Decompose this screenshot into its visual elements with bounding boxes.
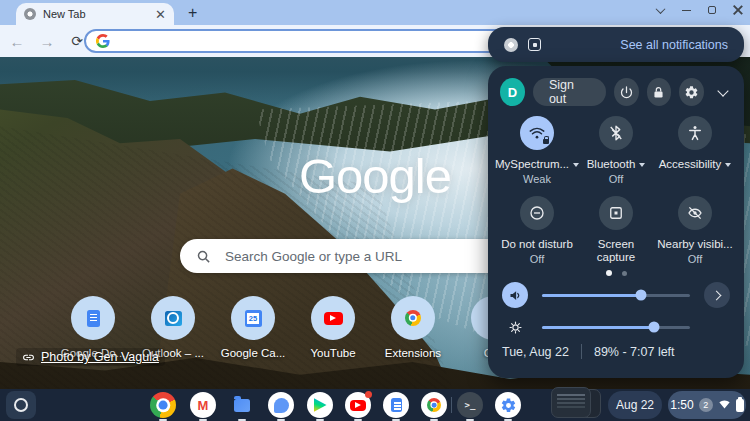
chevron-down-icon [717, 85, 728, 96]
sign-out-button[interactable]: Sign out [533, 78, 606, 106]
tab-search-icon[interactable] [654, 4, 666, 16]
network-label: MySpectrum... [495, 158, 569, 171]
footer-date[interactable]: Tue, Aug 22 [502, 345, 569, 359]
outlook-icon [165, 311, 182, 326]
shortcut-extensions[interactable]: Extensions [373, 296, 453, 359]
docs-icon [383, 392, 409, 418]
chromeos-desktop: Google Google Do... Outlook – ... 25 Goo… [0, 0, 750, 421]
shelf: M >_ Au [0, 389, 750, 421]
tile-do-not-disturb[interactable]: Do not disturb Off [496, 196, 578, 265]
shelf-app-play-store[interactable] [306, 391, 334, 419]
lock-icon [651, 85, 666, 100]
shelf-app-chrome[interactable] [149, 391, 177, 419]
lock-button[interactable] [647, 78, 672, 106]
restore-button[interactable] [706, 4, 718, 16]
back-button[interactable]: ← [4, 28, 30, 54]
power-icon [619, 85, 634, 100]
tab-title: New Tab [43, 8, 148, 20]
notification-dot [365, 391, 372, 398]
shortcut-google-calendar[interactable]: 25 Google Ca... [213, 296, 293, 359]
power-button[interactable] [614, 78, 639, 106]
brightness-row [488, 313, 744, 341]
minimize-button[interactable] [680, 4, 692, 16]
shortcut-label: Google Ca... [221, 347, 286, 359]
close-window-button[interactable] [732, 4, 744, 16]
volume-slider[interactable] [542, 294, 690, 297]
gear-icon [684, 85, 699, 100]
tile-screen-capture[interactable]: Screen capture [575, 196, 657, 264]
shortcut-youtube[interactable]: YouTube [293, 296, 373, 359]
footer-divider [581, 344, 582, 359]
nearby-visibility-off-icon [686, 204, 704, 222]
network-status: Weak [523, 173, 551, 185]
bluetooth-status: Off [609, 173, 623, 185]
tile-bluetooth[interactable]: Bluetooth Off [575, 116, 657, 185]
launcher-button[interactable] [6, 391, 36, 419]
shelf-date-button[interactable]: Aug 22 [608, 391, 662, 419]
shortcut-label: Extensions [385, 347, 441, 359]
collapse-panel-button[interactable] [714, 90, 732, 95]
forward-button[interactable]: → [34, 28, 60, 54]
shelf-app-gmail[interactable]: M [189, 391, 217, 419]
bluetooth-tile-circle[interactable] [599, 116, 633, 150]
messages-icon [268, 392, 294, 418]
extensions-icon [405, 310, 421, 326]
brightness-button[interactable] [502, 314, 528, 340]
attribution-text: Photo by Gen Vagula [41, 350, 159, 364]
shelf-app-youtube[interactable] [344, 391, 372, 419]
tab-strip: New Tab ✕ + [0, 0, 750, 25]
chrome-icon [150, 392, 176, 418]
do-not-disturb-icon [528, 204, 546, 222]
shelf-app-chrome-app[interactable] [420, 391, 448, 419]
youtube-icon [345, 392, 371, 418]
volume-row [488, 281, 744, 309]
launcher-icon [14, 398, 28, 412]
avatar[interactable]: D [500, 78, 525, 106]
shelf-app-docs[interactable] [382, 391, 410, 419]
gmail-icon: M [190, 392, 216, 418]
shelf-app-messages[interactable] [267, 391, 295, 419]
brightness-slider-knob[interactable] [649, 322, 660, 333]
notification-count-badge: 2 [699, 398, 713, 412]
wifi-tile-circle[interactable] [520, 116, 554, 150]
screen-capture-notification-icon [528, 38, 541, 51]
tab-close-icon[interactable]: ✕ [155, 8, 166, 21]
window-controls [654, 4, 744, 16]
search-icon [196, 249, 211, 264]
nearby-label: Nearby visibi... [657, 238, 732, 251]
brightness-slider[interactable] [542, 326, 690, 329]
tile-network[interactable]: MySpectrum... Weak [496, 116, 578, 185]
audio-settings-button[interactable] [704, 282, 730, 308]
photo-attribution-link[interactable]: Photo by Gen Vagula [16, 348, 165, 366]
dnd-tile-circle[interactable] [520, 196, 554, 230]
footer-battery-status: 89% - 7:07 left [594, 345, 675, 359]
volume-slider-knob[interactable] [636, 290, 647, 301]
screen-capture-tile-circle[interactable] [599, 196, 633, 230]
nearby-status: Off [688, 253, 702, 265]
see-all-notifications-link[interactable]: See all notifications [620, 38, 728, 52]
wifi-status-icon [718, 397, 731, 413]
shelf-separator [451, 397, 452, 413]
window-preview-thumbnail[interactable] [551, 387, 601, 420]
page-dot-active[interactable] [606, 270, 612, 276]
accessibility-tile-circle[interactable] [678, 116, 712, 150]
page-dot-inactive[interactable] [622, 271, 627, 276]
status-tray[interactable]: 1:50 2 [668, 391, 746, 419]
new-tab-button[interactable]: + [188, 5, 197, 21]
shelf-app-files[interactable] [228, 391, 256, 419]
nearby-tile-circle[interactable] [678, 196, 712, 230]
link-icon [22, 351, 35, 364]
tile-nearby-visibility[interactable]: Nearby visibi... Off [654, 196, 736, 265]
shelf-app-terminal[interactable]: >_ [456, 391, 484, 419]
tab-new-tab[interactable]: New Tab ✕ [16, 3, 174, 25]
play-store-icon [307, 392, 333, 418]
volume-button[interactable] [502, 282, 528, 308]
clock: 1:50 [670, 398, 693, 412]
settings-button[interactable] [679, 78, 704, 106]
tile-accessibility[interactable]: Accessibility [654, 116, 736, 171]
page-dots[interactable] [488, 270, 744, 276]
chrome-app-icon [421, 392, 447, 418]
shelf-app-settings[interactable] [494, 391, 522, 419]
settings-icon [495, 392, 521, 418]
notification-bar[interactable]: See all notifications [488, 27, 744, 62]
